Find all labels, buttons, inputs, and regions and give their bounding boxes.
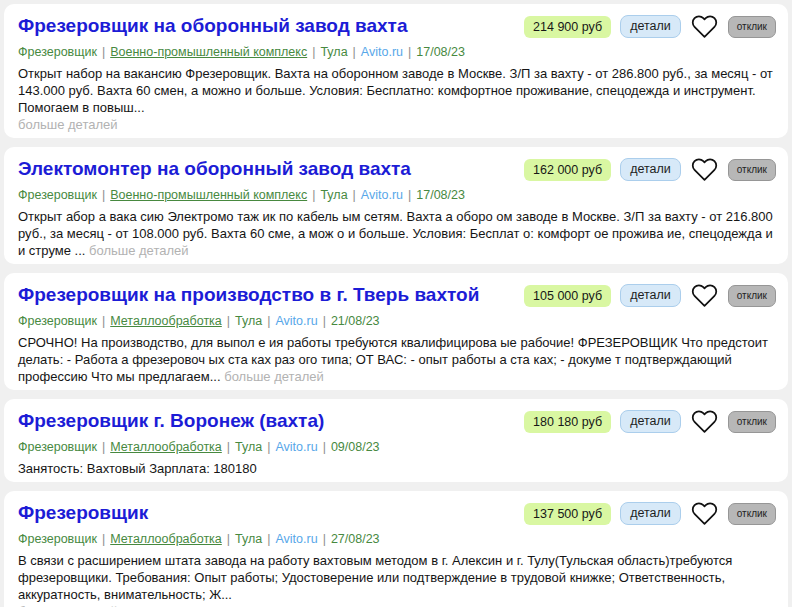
breadcrumb-separator: | xyxy=(267,314,270,328)
breadcrumb-source-link[interactable]: Avito.ru xyxy=(275,440,317,454)
breadcrumb-separator: | xyxy=(408,45,411,59)
job-title-link[interactable]: Фрезеровщик на оборонный завод вахта xyxy=(18,12,407,36)
card-controls: 214 900 руб детали отклик xyxy=(524,13,776,40)
job-description: Занятость: Вахтовый Зарплата: 180180 xyxy=(18,460,776,477)
breadcrumb-tag: Фрезеровщик xyxy=(18,532,97,546)
breadcrumb-separator: | xyxy=(267,532,270,546)
favorite-heart-icon[interactable] xyxy=(691,13,718,40)
card-controls: 105 000 руб детали отклик xyxy=(524,282,776,309)
breadcrumb-separator: | xyxy=(408,188,411,202)
details-button[interactable]: детали xyxy=(620,15,681,38)
breadcrumb-industry-link[interactable]: Металлообработка xyxy=(110,440,222,454)
breadcrumb-separator: | xyxy=(267,440,270,454)
respond-button[interactable]: отклик xyxy=(728,285,776,307)
breadcrumb-source-link[interactable]: Avito.ru xyxy=(361,188,403,202)
breadcrumb: Фрезеровщик|Металлообработка|Тула|Avito.… xyxy=(18,313,776,329)
job-title-link[interactable]: Фрезеровщик г. Воронеж (вахта) xyxy=(18,407,324,431)
breadcrumb-separator: | xyxy=(353,45,356,59)
breadcrumb-separator: | xyxy=(102,314,105,328)
card-header: Электомонтер на оборонный завод вахта 16… xyxy=(18,155,776,183)
breadcrumb-tag: Фрезеровщик xyxy=(18,440,97,454)
card-controls: 162 000 руб детали отклик xyxy=(524,156,776,183)
job-list: Фрезеровщик на оборонный завод вахта 214… xyxy=(0,4,792,607)
job-description: В связи с расширением штата завода на ра… xyxy=(18,552,776,607)
breadcrumb-separator: | xyxy=(102,532,105,546)
salary-badge: 214 900 руб xyxy=(524,16,611,38)
job-description-text: СРОЧНО! На производство, для выпол е ия … xyxy=(18,335,768,384)
details-button[interactable]: детали xyxy=(620,502,681,525)
breadcrumb-industry-link[interactable]: Металлообработка xyxy=(110,314,222,328)
card-header: Фрезеровщик 137 500 руб детали отклик xyxy=(18,499,776,527)
breadcrumb-separator: | xyxy=(227,532,230,546)
details-button[interactable]: детали xyxy=(620,158,681,181)
breadcrumb-industry-link[interactable]: Военно-промышленный комплекс xyxy=(110,45,307,59)
card-header: Фрезеровщик на оборонный завод вахта 214… xyxy=(18,12,776,40)
card-controls: 180 180 руб детали отклик xyxy=(524,408,776,435)
breadcrumb-date: 17/08/23 xyxy=(416,45,465,59)
favorite-heart-icon[interactable] xyxy=(691,500,718,527)
salary-badge: 137 500 руб xyxy=(524,503,611,525)
job-card: Электомонтер на оборонный завод вахта 16… xyxy=(4,147,788,264)
more-details-link[interactable]: больше деталей xyxy=(18,603,776,607)
more-details-link[interactable]: больше деталей xyxy=(89,243,189,258)
breadcrumb-city: Тула xyxy=(320,188,347,202)
job-card: Фрезеровщик г. Воронеж (вахта) 180 180 р… xyxy=(4,399,788,482)
breadcrumb-date: 27/08/23 xyxy=(331,532,380,546)
breadcrumb-separator: | xyxy=(102,440,105,454)
job-card: Фрезеровщик на производство в г. Тверь в… xyxy=(4,273,788,390)
card-controls: 137 500 руб детали отклик xyxy=(524,500,776,527)
favorite-heart-icon[interactable] xyxy=(691,408,718,435)
breadcrumb-tag: Фрезеровщик xyxy=(18,45,97,59)
breadcrumb-separator: | xyxy=(227,440,230,454)
breadcrumb-city: Тула xyxy=(235,532,262,546)
breadcrumb-city: Тула xyxy=(235,314,262,328)
respond-button[interactable]: отклик xyxy=(728,503,776,525)
breadcrumb-source-link[interactable]: Avito.ru xyxy=(275,314,317,328)
breadcrumb: Фрезеровщик|Металлообработка|Тула|Avito.… xyxy=(18,439,776,455)
salary-badge: 180 180 руб xyxy=(524,411,611,433)
breadcrumb-date: 09/08/23 xyxy=(331,440,380,454)
breadcrumb-separator: | xyxy=(227,314,230,328)
favorite-heart-icon[interactable] xyxy=(691,156,718,183)
breadcrumb-separator: | xyxy=(312,45,315,59)
details-button[interactable]: детали xyxy=(620,410,681,433)
respond-button[interactable]: отклик xyxy=(728,159,776,181)
job-title-link[interactable]: Фрезеровщик xyxy=(18,499,148,523)
details-button[interactable]: детали xyxy=(620,284,681,307)
breadcrumb-source-link[interactable]: Avito.ru xyxy=(361,45,403,59)
job-description: Открыт абор а вака сию Электромо таж ик … xyxy=(18,208,776,259)
card-header: Фрезеровщик на производство в г. Тверь в… xyxy=(18,281,776,309)
breadcrumb: Фрезеровщик|Военно-промышленный комплекс… xyxy=(18,187,776,203)
respond-button[interactable]: отклик xyxy=(728,16,776,38)
breadcrumb-separator: | xyxy=(312,188,315,202)
breadcrumb-city: Тула xyxy=(320,45,347,59)
more-details-link[interactable]: больше деталей xyxy=(224,369,324,384)
breadcrumb-separator: | xyxy=(102,45,105,59)
breadcrumb-separator: | xyxy=(323,532,326,546)
breadcrumb-separator: | xyxy=(323,440,326,454)
breadcrumb-tag: Фрезеровщик xyxy=(18,314,97,328)
breadcrumb-date: 17/08/23 xyxy=(416,188,465,202)
breadcrumb-industry-link[interactable]: Военно-промышленный комплекс xyxy=(110,188,307,202)
more-details-link[interactable]: больше деталей xyxy=(18,116,776,133)
breadcrumb: Фрезеровщик|Металлообработка|Тула|Avito.… xyxy=(18,531,776,547)
job-card: Фрезеровщик на оборонный завод вахта 214… xyxy=(4,4,788,138)
salary-badge: 105 000 руб xyxy=(524,285,611,307)
job-card: Фрезеровщик 137 500 руб детали отклик Фр… xyxy=(4,491,788,607)
breadcrumb-tag: Фрезеровщик xyxy=(18,188,97,202)
breadcrumb-source-link[interactable]: Avito.ru xyxy=(275,532,317,546)
breadcrumb-separator: | xyxy=(323,314,326,328)
job-description-text: В связи с расширением штата завода на ра… xyxy=(18,553,732,602)
respond-button[interactable]: отклик xyxy=(728,411,776,433)
job-description: Открыт набор на вакансию Фрезеровщик. Ва… xyxy=(18,65,776,133)
job-title-link[interactable]: Фрезеровщик на производство в г. Тверь в… xyxy=(18,281,479,305)
breadcrumb-industry-link[interactable]: Металлообработка xyxy=(110,532,222,546)
breadcrumb-city: Тула xyxy=(235,440,262,454)
breadcrumb-date: 21/08/23 xyxy=(331,314,380,328)
card-header: Фрезеровщик г. Воронеж (вахта) 180 180 р… xyxy=(18,407,776,435)
breadcrumb: Фрезеровщик|Военно-промышленный комплекс… xyxy=(18,44,776,60)
job-description-text: Открыт набор на вакансию Фрезеровщик. Ва… xyxy=(18,66,773,115)
job-title-link[interactable]: Электомонтер на оборонный завод вахта xyxy=(18,155,411,179)
favorite-heart-icon[interactable] xyxy=(691,282,718,309)
breadcrumb-separator: | xyxy=(353,188,356,202)
